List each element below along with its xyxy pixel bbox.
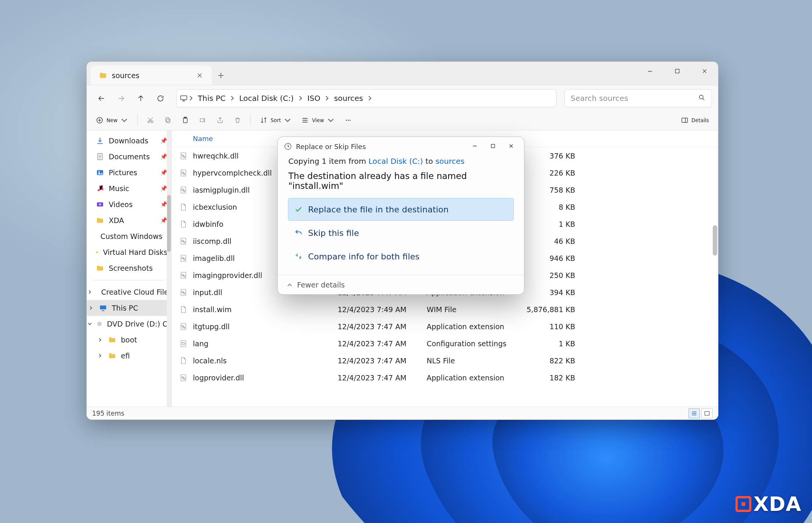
svg-point-12 bbox=[348, 120, 349, 121]
folder-icon bbox=[99, 71, 107, 80]
view-details-toggle[interactable] bbox=[688, 408, 700, 418]
svg-rect-7 bbox=[166, 118, 169, 121]
svg-rect-6 bbox=[167, 119, 170, 123]
command-bar: New Sort View Details bbox=[87, 111, 718, 130]
chevron-down-icon bbox=[284, 116, 291, 124]
expand-icon[interactable] bbox=[88, 306, 94, 310]
xda-watermark: XDA bbox=[735, 493, 802, 515]
item-count: 195 items bbox=[92, 410, 124, 417]
chevron-down-icon bbox=[120, 116, 128, 124]
svg-rect-14 bbox=[682, 118, 687, 123]
svg-rect-10 bbox=[200, 119, 204, 122]
option-replace[interactable]: Replace the file in the destination bbox=[288, 198, 513, 220]
svg-rect-22 bbox=[100, 306, 106, 309]
copy-button[interactable] bbox=[160, 114, 175, 126]
svg-point-11 bbox=[346, 120, 347, 121]
svg-point-13 bbox=[350, 120, 351, 121]
sidebar-item[interactable]: Pictures📌 bbox=[87, 165, 171, 181]
sort-button[interactable]: Sort bbox=[256, 114, 295, 126]
sidebar-tree-item[interactable]: boot bbox=[87, 332, 171, 348]
svg-rect-49 bbox=[181, 340, 186, 347]
file-row[interactable]: locale.nls12/4/2023 7:47 AMNLS File822 K… bbox=[172, 352, 718, 369]
dialog-maximize-button[interactable] bbox=[484, 139, 502, 154]
svg-rect-0 bbox=[675, 69, 679, 73]
chevron-down-icon bbox=[327, 116, 335, 124]
xda-logo-icon bbox=[735, 496, 751, 512]
rename-button[interactable] bbox=[195, 114, 210, 126]
expand-icon[interactable] bbox=[88, 290, 92, 294]
svg-point-24 bbox=[99, 324, 100, 324]
expand-icon[interactable] bbox=[97, 338, 103, 342]
check-icon bbox=[294, 205, 303, 214]
history-icon bbox=[284, 142, 292, 151]
chevron-up-icon bbox=[287, 282, 293, 288]
sidebar-tree-item[interactable]: This PC bbox=[87, 300, 171, 316]
nav-forward-button[interactable] bbox=[113, 90, 129, 107]
sidebar-item[interactable]: XDA📌 bbox=[87, 212, 171, 228]
dialog-message: The destination already has a file named… bbox=[288, 171, 513, 191]
window-close-button[interactable] bbox=[691, 62, 718, 82]
navigation-pane: Downloads📌Documents📌Pictures📌Music📌Video… bbox=[87, 130, 172, 407]
option-skip[interactable]: Skip this file bbox=[288, 222, 513, 244]
dialog-close-button[interactable] bbox=[502, 139, 520, 154]
sidebar-scrollbar[interactable] bbox=[167, 130, 171, 407]
sidebar-item[interactable]: Documents📌 bbox=[87, 149, 171, 165]
sidebar-item[interactable]: Screenshots bbox=[87, 260, 171, 276]
delete-button[interactable] bbox=[230, 114, 245, 126]
dialog-minimize-button[interactable] bbox=[466, 139, 484, 154]
sidebar-tree-item[interactable]: efi bbox=[87, 348, 171, 364]
link-dest[interactable]: sources bbox=[435, 157, 465, 166]
sidebar-item[interactable]: Videos📌 bbox=[87, 196, 171, 212]
more-button[interactable] bbox=[341, 114, 356, 126]
search-input[interactable]: Search sources bbox=[564, 89, 712, 107]
svg-point-2 bbox=[699, 95, 703, 99]
tab-title: sources bbox=[112, 71, 139, 80]
replace-or-skip-dialog: Replace or Skip Files Copying 1 item fro… bbox=[277, 137, 524, 295]
compare-icon bbox=[294, 252, 303, 261]
file-row[interactable]: itgtupg.dll12/4/2023 7:47 AMApplication … bbox=[172, 318, 718, 335]
search-icon bbox=[698, 94, 706, 103]
new-button[interactable]: New bbox=[92, 114, 132, 126]
crumb-sources[interactable]: sources bbox=[330, 94, 367, 103]
tab-close-button[interactable] bbox=[194, 70, 205, 81]
file-row[interactable]: logprovider.dll12/4/2023 7:47 AMApplicat… bbox=[172, 369, 718, 386]
nav-up-button[interactable] bbox=[132, 90, 149, 107]
expand-icon[interactable] bbox=[97, 353, 103, 358]
cut-button[interactable] bbox=[143, 114, 158, 126]
sidebar-tree-item[interactable]: Creative Cloud Files bbox=[87, 284, 171, 300]
details-pane-button[interactable]: Details bbox=[677, 114, 713, 126]
status-bar: 195 items bbox=[87, 407, 718, 419]
list-scrollbar[interactable] bbox=[712, 130, 718, 396]
expand-icon[interactable] bbox=[88, 322, 92, 326]
view-button[interactable]: View bbox=[297, 114, 338, 126]
sidebar-item[interactable]: Music📌 bbox=[87, 181, 171, 196]
undo-icon bbox=[294, 229, 303, 237]
paste-button[interactable] bbox=[178, 114, 193, 126]
nav-refresh-button[interactable] bbox=[152, 90, 169, 107]
svg-point-17 bbox=[98, 171, 100, 173]
sidebar-item[interactable]: Virtual Hard Disks bbox=[87, 244, 171, 260]
svg-rect-1 bbox=[181, 96, 187, 100]
search-placeholder: Search sources bbox=[571, 94, 628, 103]
tab-sources[interactable]: sources bbox=[91, 66, 212, 85]
file-row[interactable]: lang12/4/2023 7:47 AMConfiguration setti… bbox=[172, 335, 718, 352]
pc-icon bbox=[180, 94, 188, 102]
crumb-localdisk[interactable]: Local Disk (C:) bbox=[235, 94, 297, 103]
crumb-thispc[interactable]: This PC bbox=[194, 94, 229, 103]
tab-strip: sources bbox=[87, 62, 718, 85]
sidebar-item[interactable]: Downloads📌 bbox=[87, 133, 171, 149]
file-row[interactable]: install.wim12/4/2023 7:49 AMWIM File5,87… bbox=[172, 301, 718, 318]
crumb-iso[interactable]: ISO bbox=[304, 94, 324, 103]
option-compare[interactable]: Compare info for both files bbox=[288, 245, 513, 267]
share-button[interactable] bbox=[213, 114, 228, 126]
window-minimize-button[interactable] bbox=[636, 62, 663, 82]
nav-back-button[interactable] bbox=[93, 90, 110, 107]
address-bar[interactable]: This PC Local Disk (C:) ISO sources bbox=[176, 89, 557, 107]
sidebar-tree-item[interactable]: DVD Drive (D:) C bbox=[87, 316, 171, 332]
new-tab-button[interactable] bbox=[212, 66, 230, 85]
dialog-fewer-details[interactable]: Fewer details bbox=[278, 275, 524, 294]
link-source[interactable]: Local Disk (C:) bbox=[369, 157, 423, 166]
window-maximize-button[interactable] bbox=[663, 62, 691, 82]
sidebar-item[interactable]: Custom Windows📌 bbox=[87, 228, 171, 244]
view-large-toggle[interactable] bbox=[701, 408, 713, 418]
